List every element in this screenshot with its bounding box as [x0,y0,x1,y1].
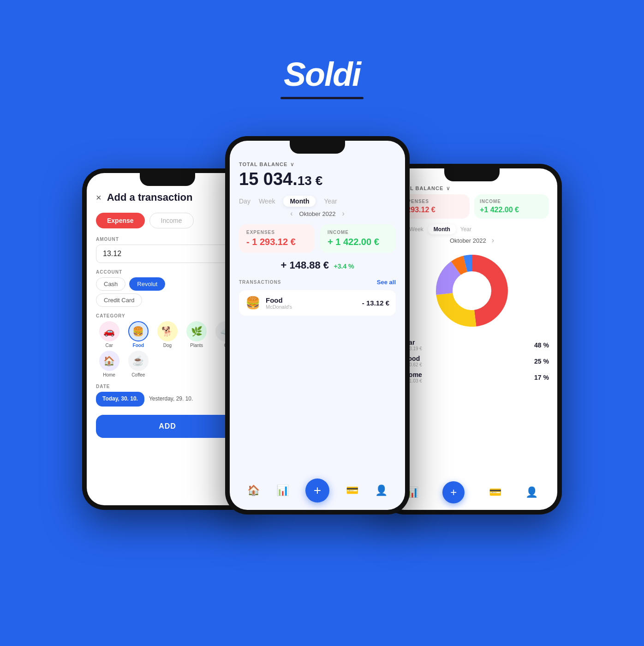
donut-chart-wrapper [395,249,549,332]
period-tabs: Day Week Month Year [239,196,396,207]
account-chips: Cash Revolut [96,277,239,291]
right-exp-inc-row: EXPENSES 1 293.12 € INCOME +1 422.00 € [395,194,549,219]
tab-day[interactable]: Day [239,197,250,205]
cat-coffee[interactable]: ☕ Coffee [125,351,151,377]
right-nav-fab[interactable]: + [442,481,465,503]
date-today[interactable]: Today, 30. 10. [96,392,144,407]
prev-month[interactable]: ‹ [290,209,292,218]
expenses-box: EXPENSES - 1 293.12 € [239,224,315,253]
right-bottom-nav: 📊 + 💳 👤 [387,481,557,503]
cat-list-amount-home: 221.03 € [404,378,534,383]
center-notch [290,141,345,154]
expenses-label: EXPENSES [246,230,307,235]
svg-point-5 [453,272,490,309]
nav-fab[interactable]: + [305,479,329,502]
right-nav-profile[interactable]: 👤 [525,486,538,498]
category-grid: 🚗 Car 🍔 Food 🐕 Dog 🌿 [96,321,239,377]
category-list: Car 623.19 € 48 % Food 320.62 € 25 % [395,339,549,383]
right-month-nav: Oktober 2022 › [395,236,549,245]
cat-coffee-label: Coffee [131,372,145,377]
cat-home[interactable]: 🏠 Home [96,351,122,377]
cash-chip[interactable]: Cash [96,277,125,291]
trans-info: Food McDonald's [266,296,357,310]
total-balance: 15 034.13 € [239,169,396,189]
net-pct: +3.4 % [334,263,354,270]
phones-wrapper: × Add a transaction Expense Income AMOUN… [68,113,576,621]
cat-list-name-food: Food [404,355,534,362]
close-button[interactable]: × [96,192,101,203]
nav-card[interactable]: 💳 [346,484,358,496]
income-amount: + 1 422.00 € [328,237,388,247]
amount-label: AMOUNT [96,237,239,242]
trans-sub: McDonald's [266,304,357,310]
cat-plants[interactable]: 🌿 Plants [184,321,210,348]
nav-chart[interactable]: 📊 [276,484,289,496]
transactions-header: TRANSACTIONS See all [239,279,396,286]
right-current-month: Oktober 2022 [450,237,486,244]
cat-list-pct-food: 25 % [534,358,549,365]
add-button[interactable]: ADD [96,415,239,438]
donut-chart [430,249,513,332]
cat-car[interactable]: 🚗 Car [96,321,122,348]
right-tab-year[interactable]: Year [460,226,471,233]
expense-tab[interactable]: Expense [96,213,145,228]
close-row: × Add a transaction [96,191,239,203]
tab-year[interactable]: Year [324,197,337,205]
title-underline [280,97,364,99]
right-income-label: INCOME [480,199,543,204]
expenses-amount: - 1 293.12 € [246,237,307,247]
cat-list-amount-car: 623.19 € [404,346,534,351]
right-tab-week[interactable]: Week [409,226,423,233]
right-expenses-label: EXPENSES [400,199,464,204]
right-tab-month[interactable]: Month [428,224,456,234]
cat-food-label: Food [133,343,144,348]
nav-profile[interactable]: 👤 [375,484,388,496]
month-nav: ‹ Oktober 2022 › [239,209,396,218]
trans-amount: - 13.12 € [362,299,389,307]
right-period-tabs: Day Week Month Year [395,224,549,234]
credit-card-chip[interactable]: Credit Card [96,293,142,307]
next-month[interactable]: › [342,209,344,218]
balance-chevron[interactable]: ∨ [290,161,294,167]
right-balance-chevron[interactable]: ∨ [446,185,450,191]
see-all-link[interactable]: See all [377,279,396,286]
income-box: INCOME + 1 422.00 € [320,224,396,253]
cat-list-name-home: Home [404,371,534,378]
income-tab[interactable]: Income [149,213,194,228]
date-yesterday[interactable]: Yesterday, 29. 10. [149,395,193,403]
right-next-month[interactable]: › [492,236,494,245]
net-amount: + 148.88 € [280,259,329,271]
revolut-chip[interactable]: Revolut [129,277,165,291]
cat-food-icon: 🍔 [128,321,149,341]
cat-list-car: Car 623.19 € 48 % [395,339,549,351]
food-trans-icon: 🍔 [245,296,260,310]
amount-input[interactable]: 13.12 [96,245,239,263]
left-screen: × Add a transaction Expense Income AMOUN… [87,173,248,505]
cat-car-icon: 🚗 [99,321,119,341]
date-row: Today, 30. 10. Yesterday, 29. 10. 📅 [96,392,239,407]
tab-week[interactable]: Week [259,197,275,205]
tab-month[interactable]: Month [283,196,316,207]
net-row: + 148.88 € +3.4 % [239,259,396,271]
cat-dog[interactable]: 🐕 Dog [154,321,180,348]
cat-list-food: Food 320.62 € 25 % [395,355,549,367]
right-nav-card[interactable]: 💳 [489,486,501,498]
date-label: DATE [96,384,239,389]
cat-list-info-food: Food 320.62 € [404,355,534,367]
trans-name: Food [266,296,357,304]
balance-label-row: TOTAL BALANCE ∨ [239,161,396,167]
cat-plants-icon: 🌿 [186,321,207,341]
right-expenses-amount: 1 293.12 € [400,206,464,214]
nav-home[interactable]: 🏠 [247,484,260,496]
transaction-item-food[interactable]: 🍔 Food McDonald's - 13.12 € [239,290,396,316]
center-screen: TOTAL BALANCE ∨ 15 034.13 € Day Week Mon… [230,141,405,510]
cat-food[interactable]: 🍔 Food [125,321,151,348]
right-income-amount: +1 422.00 € [480,206,543,214]
category-label: CATEGORY [96,313,239,318]
cat-plants-label: Plants [190,343,203,348]
cat-home-label: Home [103,372,115,377]
left-notch [140,173,195,186]
phone-center: TOTAL BALANCE ∨ 15 034.13 € Day Week Mon… [225,136,410,514]
cat-list-pct-home: 17 % [534,374,549,381]
right-balance-label-row: TOTAL BALANCE ∨ [395,185,549,191]
